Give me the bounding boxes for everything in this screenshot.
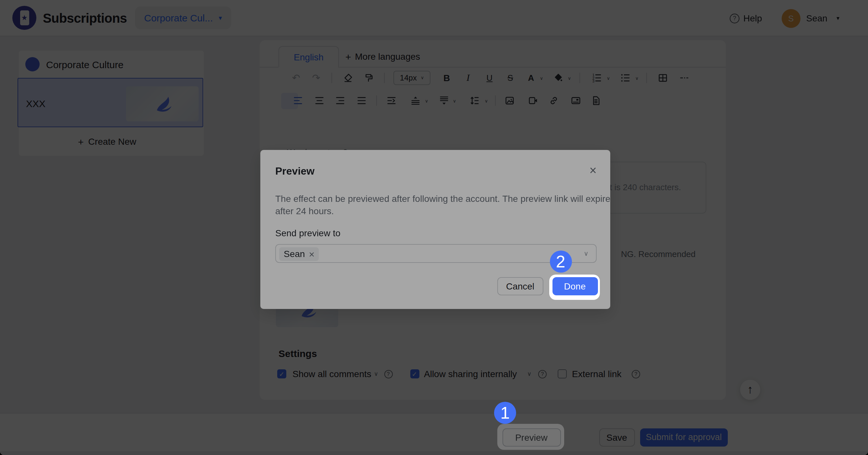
guide-step-1-badge: 1	[494, 402, 516, 424]
done-button-spotlight[interactable]: Done	[552, 277, 598, 295]
app-window: ★ Subscriptions Corporate Cul... ▾ ? Hel…	[0, 0, 868, 455]
guide-dim-overlay	[0, 0, 868, 455]
guide-step-2-badge: 2	[550, 251, 571, 272]
preview-button-spotlight[interactable]: Preview	[502, 428, 561, 447]
